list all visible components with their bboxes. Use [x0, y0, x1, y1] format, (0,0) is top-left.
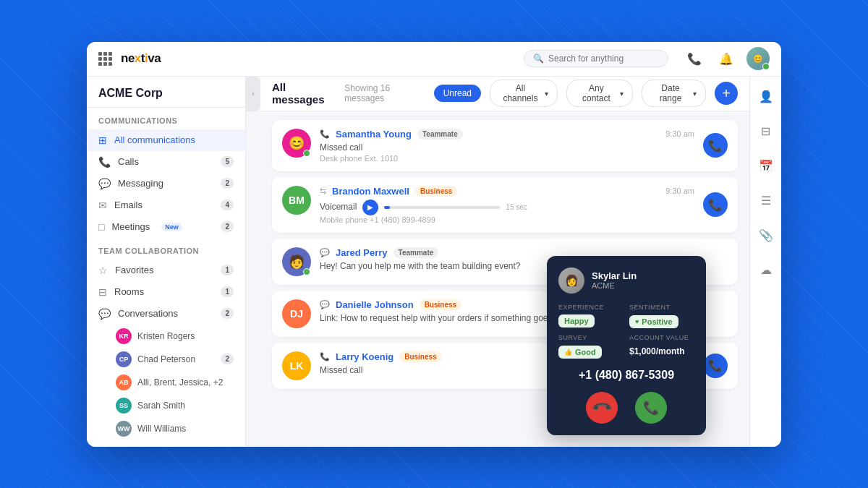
filter-unread-button[interactable]: Unread [434, 85, 481, 102]
sidebar: ACME Corp Communications ⊞ All communica… [87, 77, 246, 447]
msg-name-0: Samantha Young [336, 129, 412, 140]
sidebar-collapse-button[interactable]: ‹ [246, 77, 260, 111]
favorites-badge: 1 [221, 265, 234, 275]
call-icon-4: 📞 [320, 352, 330, 361]
sub-contact-3[interactable]: SS Sarah Smith [87, 394, 245, 417]
sentiment-label: SENTIMENT [629, 304, 694, 311]
logo: nextiva [121, 51, 161, 66]
messaging-badge: 2 [221, 178, 234, 189]
msg-name-1: Brandon Maxwell [332, 186, 409, 197]
content-title: All messages [272, 81, 336, 106]
grid-icon[interactable] [98, 52, 112, 66]
messages-list: 😊 📞 Samantha Young Teammate 9:30 am Miss… [260, 111, 749, 447]
search-box[interactable]: 🔍 [524, 50, 668, 67]
sub-avatar-3: SS [116, 398, 132, 414]
popup-contact-info: Skylar Lin ACME [592, 270, 637, 290]
msg-tag-3: Business [420, 299, 461, 310]
msg-body-1: ⇆ Brandon Maxwell Business 9:30 am Voice… [320, 186, 694, 224]
phone-icon[interactable]: 📞 [683, 47, 706, 70]
avatar-1: BM [282, 186, 311, 215]
account-value: $1,000/month [629, 346, 685, 356]
survey-label: SURVEY [558, 334, 624, 341]
message-card-1: BM ⇆ Brandon Maxwell Business 9:30 am Vo… [272, 177, 738, 233]
sub-contact-name-3: Sarah Smith [137, 401, 185, 411]
call-action-button-1[interactable]: 📞 [703, 192, 728, 217]
avatar-initials-1: BM [289, 194, 305, 206]
filter-channels-button[interactable]: All channels ▾ [490, 80, 558, 107]
sidebar-item-emails[interactable]: ✉ Emails 4 [87, 194, 245, 216]
calendar-icon-button[interactable]: 📅 [754, 155, 778, 178]
search-icon: 🔍 [533, 53, 544, 64]
messaging-icon: 💬 [98, 178, 111, 189]
add-button[interactable]: + [715, 82, 738, 105]
sidebar-item-label: Messaging [118, 178, 163, 189]
sidebar-item-conversations[interactable]: 💬 Conversations 2 [87, 303, 245, 325]
sidebar-item-rooms[interactable]: ⊟ Rooms 1 [87, 281, 245, 303]
popup-survey-cell: SURVEY 👍 Good [558, 334, 624, 359]
sidebar-item-label: Meetings [111, 221, 150, 232]
meetings-badge: 2 [221, 221, 234, 232]
sidebar-item-meetings[interactable]: □ Meetings New 2 [87, 216, 245, 238]
tasks-icon-button[interactable]: ☰ [754, 189, 778, 213]
avatar-0: 😊 [282, 129, 311, 158]
sub-avatar-2: AB [116, 374, 132, 390]
content-area: All messages Showing 16 messages Unread … [260, 77, 749, 447]
msg-tag-1: Business [415, 186, 457, 197]
play-button[interactable]: ▶ [362, 200, 378, 215]
cloud-icon-button[interactable]: ☁ [754, 259, 778, 282]
sub-contact-2[interactable]: AB Alli, Brent, Jessica, +2 [87, 371, 245, 394]
popup-name: Skylar Lin [592, 270, 637, 281]
filter-contact-button[interactable]: Any contact ▾ [566, 80, 633, 107]
decline-call-button[interactable]: 📞 [579, 385, 624, 429]
call-action-button-0[interactable]: 📞 [703, 133, 728, 158]
sidebar-item-favorites[interactable]: ☆ Favorites 1 [87, 260, 245, 281]
sub-contact-name-2: Alli, Brent, Jessica, +2 [137, 377, 223, 388]
msg-body-0: 📞 Samantha Young Teammate 9:30 am Missed… [320, 129, 694, 163]
bell-icon[interactable]: 🔔 [715, 47, 738, 70]
search-input[interactable] [548, 53, 659, 64]
call-icon-0: 📞 [320, 129, 330, 139]
popup-company: ACME [592, 281, 637, 290]
avatar-4: LK [282, 351, 311, 380]
showing-count: Showing 16 messages [344, 83, 425, 103]
msg-top-0: 📞 Samantha Young Teammate 9:30 am [320, 129, 694, 140]
sidebar-item-calls[interactable]: 📞 Calls 5 [87, 151, 245, 173]
msg-tag-2: Teammate [393, 247, 439, 258]
attachment-icon-button[interactable]: 📎 [754, 224, 778, 247]
survey-chip: 👍 Good [558, 346, 602, 359]
sidebar-item-messaging[interactable]: 💬 Messaging 2 [87, 173, 245, 194]
progress-bar [384, 206, 500, 209]
online-indicator [303, 150, 310, 157]
sidebar-item-all-communications[interactable]: ⊞ All communications [87, 129, 245, 151]
account-value-label: ACCOUNT VALUE [629, 334, 694, 341]
sidebar-item-label: Calls [118, 156, 139, 167]
msg-text-0: Missed call [320, 142, 694, 153]
msg-name-2: Jared Perry [336, 247, 388, 258]
sub-avatar-0: KR [116, 328, 132, 344]
online-indicator-2 [303, 268, 310, 275]
user-avatar[interactable]: 😊 [746, 47, 770, 70]
calls-icon: 📞 [98, 156, 111, 168]
msg-time-0: 9:30 am [665, 129, 694, 138]
experience-label: EXPERIENCE [558, 304, 624, 311]
popup-header: 👩 Skylar Lin ACME [558, 267, 694, 294]
msg-top-1: ⇆ Brandon Maxwell Business 9:30 am [320, 186, 694, 197]
msg-tag-4: Business [399, 351, 441, 362]
sidebar-item-label: Conversations [118, 308, 178, 319]
sub-contact-0[interactable]: KR Kristen Rogers [87, 325, 245, 348]
call-action-button-4[interactable]: 📞 [703, 354, 728, 378]
team-section: Team collaboration [87, 238, 245, 260]
sub-contact-1[interactable]: CP Chad Peterson 2 [87, 348, 245, 371]
avatar-2: 🧑 [282, 247, 311, 276]
sub-contact-4[interactable]: WW Will Williams [87, 417, 245, 440]
sidebar-item-label: Favorites [115, 265, 153, 275]
filter-date-button[interactable]: Date range ▾ [642, 80, 706, 107]
sub-avatar-4: WW [116, 421, 132, 437]
duration: 15 sec [506, 203, 527, 211]
contact-icon-button[interactable]: 👤 [754, 85, 778, 108]
msg-sub-0: Desk phone Ext. 1010 [320, 154, 694, 163]
sub-avatar-1: CP [116, 351, 132, 367]
chevron-down-icon: ▾ [693, 90, 697, 98]
notes-icon-button[interactable]: ⊟ [754, 120, 778, 143]
accept-call-button[interactable]: 📞 [635, 392, 667, 424]
